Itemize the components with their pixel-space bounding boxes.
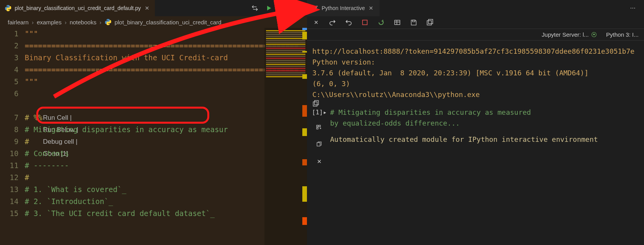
editor-actions: ⋯	[245, 5, 307, 12]
line-no: 14	[0, 196, 19, 208]
run-icon[interactable]	[266, 5, 272, 11]
cell-code-line: # Mitigating disparities in accuracy as …	[330, 107, 642, 118]
redo-icon[interactable]	[329, 19, 336, 26]
minimap[interactable]	[264, 28, 307, 245]
line-no	[0, 100, 19, 112]
remove-cells-icon[interactable]: ✕	[312, 19, 320, 26]
close-icon[interactable]: ✕	[144, 4, 150, 12]
overview-ruler[interactable]	[302, 28, 307, 245]
copy-cell-icon[interactable]	[316, 140, 322, 150]
line-no: 11	[0, 160, 19, 172]
line-no: 9	[0, 136, 19, 148]
breadcrumb-seg[interactable]: plot_binary_classification_uci_credit_ca…	[115, 19, 230, 26]
chevron-right-icon: ›	[64, 19, 66, 26]
export-icon[interactable]	[426, 19, 434, 26]
delete-cell-icon[interactable]: ✕	[317, 156, 322, 167]
python-kernel-status[interactable]: Python 3: I...	[606, 31, 639, 38]
breadcrumb-seg[interactable]: notebooks	[69, 19, 96, 26]
svg-rect-16	[319, 125, 320, 127]
line-no: 4	[0, 64, 19, 76]
svg-rect-15	[317, 128, 318, 129]
svg-rect-12	[313, 102, 317, 106]
cell-row: [1]▸ ✕ # Mitigating disparities in accur…	[312, 107, 642, 167]
undo-icon[interactable]	[345, 19, 353, 26]
chevron-right-icon: ›	[100, 19, 102, 26]
chevron-right-icon: ›	[32, 19, 34, 26]
interactive-toolbar: ✕	[307, 16, 644, 29]
line-no: 3	[0, 52, 19, 64]
more-icon[interactable]: ⋯	[295, 5, 301, 11]
server-status-bar: Jupyter Server: l... ⦿ Python 3: I...	[307, 29, 644, 41]
breadcrumb-seg[interactable]: fairlearn	[8, 19, 29, 26]
breadcrumb[interactable]: fairlearn › examples › notebooks › plot_…	[0, 16, 307, 28]
interactive-tab-title: Python Interactive	[322, 5, 365, 11]
breadcrumb-seg[interactable]: examples	[37, 19, 61, 26]
cell-code-line: by equalized-odds difference...	[330, 118, 642, 129]
svg-rect-13	[315, 100, 319, 105]
run-cell-lens[interactable]: Run Cell	[43, 114, 68, 121]
svg-rect-9	[412, 20, 415, 22]
line-no: 15	[0, 208, 19, 219]
server-connected-icon: ⦿	[591, 31, 597, 38]
output-text[interactable]: http://localhost:8888/?token=914297085b5…	[312, 46, 642, 100]
svg-rect-17	[317, 143, 320, 146]
stop-icon[interactable]	[361, 19, 369, 26]
line-no: 2	[0, 40, 19, 52]
save-icon[interactable]	[410, 19, 417, 26]
interactive-tab[interactable]: Python Interactive ✕	[307, 0, 380, 16]
editor-tab[interactable]: plot_binary_classification_uci_credit_ca…	[0, 0, 155, 16]
line-gutter: 1 2 3 4 5 6 7 8 9 10 11 12 13 14 15	[0, 28, 25, 245]
jupyter-server-status[interactable]: Jupyter Server: l... ⦿	[542, 31, 597, 38]
svg-rect-11	[429, 19, 433, 24]
svg-rect-14	[317, 125, 318, 127]
python-icon	[105, 19, 112, 26]
restart-icon[interactable]	[377, 19, 385, 26]
compare-icon[interactable]	[251, 5, 258, 12]
svg-rect-5	[363, 20, 367, 25]
output-area: http://localhost:8888/?token=914297085b5…	[307, 41, 644, 245]
svg-rect-10	[427, 21, 431, 25]
line-no: 7	[0, 112, 19, 124]
line-no: 5	[0, 76, 19, 88]
line-no: 6	[0, 88, 19, 100]
line-no: 1	[0, 28, 19, 40]
interactive-pane: Python Interactive ✕ ⋯ ✕ Jupyter Server:…	[307, 0, 644, 245]
cell-content[interactable]: # Mitigating disparities in accuracy as …	[330, 107, 642, 167]
editor-tab-bar: plot_binary_classification_uci_credit_ca…	[0, 0, 307, 16]
lines-icon	[312, 5, 319, 12]
variables-icon[interactable]	[393, 19, 401, 26]
cell-gutter: [1]▸ ✕	[312, 107, 326, 167]
python-icon	[5, 5, 12, 12]
svg-rect-6	[395, 20, 400, 24]
editor-pane: plot_binary_classification_uci_credit_ca…	[0, 0, 307, 245]
line-no: 8	[0, 124, 19, 136]
line-no: 10	[0, 148, 19, 160]
copy-icon[interactable]	[312, 99, 319, 110]
line-no: 13	[0, 184, 19, 196]
code-area[interactable]: 1 2 3 4 5 6 7 8 9 10 11 12 13 14 15 """ …	[0, 28, 307, 245]
interactive-tab-bar: Python Interactive ✕ ⋯	[307, 0, 644, 16]
tab-filename: plot_binary_classification_uci_credit_ca…	[15, 5, 141, 11]
goto-code-icon[interactable]	[316, 123, 322, 134]
close-icon[interactable]: ✕	[368, 4, 374, 12]
line-no: 12	[0, 172, 19, 184]
more-icon[interactable]: ⋯	[622, 5, 644, 11]
debug-cell-lens[interactable]: Debug cell	[43, 138, 74, 145]
split-icon[interactable]	[280, 5, 287, 12]
cell-output-text: Automatically created module for IPython…	[330, 134, 642, 145]
